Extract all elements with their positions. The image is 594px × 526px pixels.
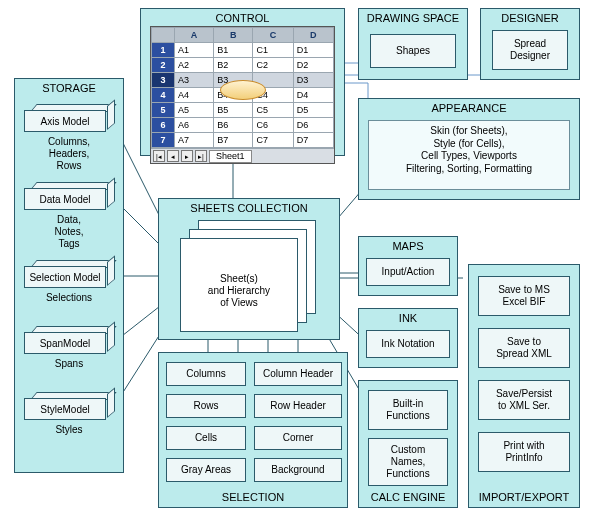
grid-topleft <box>152 28 175 43</box>
selection-model-block: Selection Model <box>24 260 114 286</box>
grid-col-header-row: A B C D <box>152 28 334 43</box>
sheets-doc-label: Sheet(s) and Hierarchy of Views <box>181 273 297 309</box>
col-header: D <box>293 28 333 43</box>
sel-columns: Columns <box>166 362 246 386</box>
ink-title: INK <box>359 309 457 324</box>
selection-model-sublabel: Selections <box>24 292 114 304</box>
nav-first-icon[interactable]: |◂ <box>153 150 165 162</box>
shapes-box: Shapes <box>370 34 456 68</box>
row-header: 3 <box>152 73 175 88</box>
grid-row: 5 A5 B5 C5 D5 <box>152 103 334 118</box>
col-header: B <box>214 28 253 43</box>
grid-row: 2 A2 B2 C2 D2 <box>152 58 334 73</box>
calc-builtin-box: Built-in Functions <box>368 390 448 430</box>
span-model-sublabel: Spans <box>24 358 114 370</box>
appearance-title: APPEARANCE <box>359 99 579 114</box>
row-header: 7 <box>152 133 175 148</box>
control-title: CONTROL <box>141 9 344 24</box>
style-model-sublabel: Styles <box>24 424 114 436</box>
nav-last-icon[interactable]: ▸| <box>195 150 207 162</box>
sel-rows: Rows <box>166 394 246 418</box>
ie-spreadxml-box: Save to Spread XML <box>478 328 570 368</box>
sel-row-header: Row Header <box>254 394 342 418</box>
row-header: 4 <box>152 88 175 103</box>
ie-excel-box: Save to MS Excel BIF <box>478 276 570 316</box>
span-model-block: SpanModel <box>24 326 114 352</box>
maps-box: Input/Action <box>366 258 450 286</box>
ie-xmlser-box: Save/Persist to XML Ser. <box>478 380 570 420</box>
nav-prev-icon[interactable]: ◂ <box>167 150 179 162</box>
calc-custom-box: Custom Names, Functions <box>368 438 448 486</box>
selection-title: SELECTION <box>159 491 347 503</box>
grid-row: 6 A6 B6 C6 D6 <box>152 118 334 133</box>
drawing-space-title: DRAWING SPACE <box>359 9 467 24</box>
architecture-diagram: STORAGE Axis Model Columns, Headers, Row… <box>8 8 586 518</box>
spread-designer-box: Spread Designer <box>492 30 568 70</box>
sel-column-header: Column Header <box>254 362 342 386</box>
ink-box: Ink Notation <box>366 330 450 358</box>
data-model-sublabel: Data, Notes, Tags <box>24 214 114 250</box>
axis-model-sublabel: Columns, Headers, Rows <box>24 136 114 172</box>
sheets-collection-title: SHEETS COLLECTION <box>159 199 339 214</box>
row-header: 2 <box>152 58 175 73</box>
col-header: A <box>175 28 214 43</box>
sheet-tab[interactable]: Sheet1 <box>209 150 252 163</box>
axis-model-block: Axis Model <box>24 104 114 130</box>
nav-next-icon[interactable]: ▸ <box>181 150 193 162</box>
data-model-block: Data Model <box>24 182 114 208</box>
maps-title: MAPS <box>359 237 457 252</box>
grid-footer: |◂ ◂ ▸ ▸| Sheet1 <box>151 148 334 163</box>
grid-row: 7 A7 B7 C7 D7 <box>152 133 334 148</box>
grid-row: 1 A1 B1 C1 D1 <box>152 43 334 58</box>
storage-title: STORAGE <box>15 79 123 94</box>
style-model-block: StyleModel <box>24 392 114 418</box>
import-export-title: IMPORT/EXPORT <box>469 491 579 503</box>
col-header: C <box>253 28 293 43</box>
sel-background: Background <box>254 458 342 482</box>
sel-gray-areas: Gray Areas <box>166 458 246 482</box>
calc-engine-title: CALC ENGINE <box>359 491 457 503</box>
designer-title: DESIGNER <box>481 9 579 24</box>
sel-corner: Corner <box>254 426 342 450</box>
row-header: 1 <box>152 43 175 58</box>
row-header: 6 <box>152 118 175 133</box>
row-header: 5 <box>152 103 175 118</box>
sel-cells: Cells <box>166 426 246 450</box>
ellipse-shape <box>220 80 266 100</box>
appearance-box: Skin (for Sheets), Style (for Cells), Ce… <box>368 120 570 190</box>
ie-print-box: Print with PrintInfo <box>478 432 570 472</box>
